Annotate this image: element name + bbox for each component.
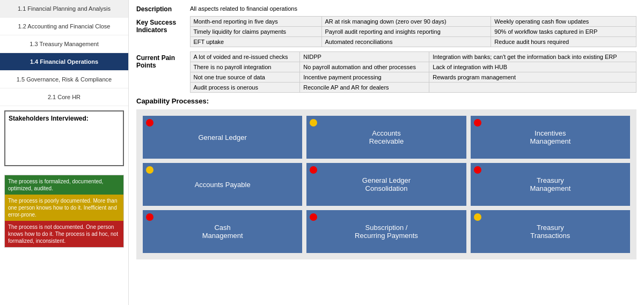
- pp-cell: Integration with banks; can't get the in…: [429, 52, 636, 62]
- capability-label: Subscription / Recurring Payments: [355, 224, 418, 240]
- pp-cell: A lot of voided and re-issued checks: [190, 52, 300, 62]
- main-content: Description All aspects related to finan…: [129, 0, 644, 305]
- pp-cell: [429, 83, 636, 93]
- ks-cell: Reduce audit hours required: [491, 37, 636, 47]
- capability-dot-yellow: [146, 166, 153, 174]
- key-success-label: Key SuccessIndicators: [136, 17, 190, 47]
- pp-cell: Incentive payment processing: [300, 72, 429, 83]
- key-success-table: Key SuccessIndicators Month-end reportin…: [136, 16, 636, 47]
- capability-dot-yellow: [474, 213, 481, 221]
- ks-cell: Automated reconciliations: [321, 37, 491, 47]
- capability-card[interactable]: Treasury Management: [471, 163, 630, 206]
- capability-dot-red: [146, 213, 153, 221]
- capability-dot-red: [310, 213, 317, 221]
- capability-label: General Ledger Consolidation: [362, 176, 411, 192]
- ks-cell: Payroll audit reporting and insights rep…: [321, 27, 491, 37]
- ks-cell: AR at risk managing down (zero over 90 d…: [321, 17, 491, 27]
- capability-label: Accounts Payable: [195, 181, 251, 189]
- capability-card[interactable]: Accounts Receivable: [306, 116, 466, 159]
- pp-cell: Lack of integration with HUB: [429, 62, 636, 72]
- capability-label: Treasury Management: [530, 176, 570, 192]
- pain-points-table: Current PainPoints A lot of voided and r…: [136, 51, 636, 93]
- sidebar-item-item-1-1[interactable]: 1.1 Financial Planning and Analysis: [0, 0, 128, 18]
- capability-grid: General LedgerAccounts ReceivableIncenti…: [136, 109, 636, 259]
- capability-title: Capability Processes:: [136, 97, 636, 105]
- description-label: Description: [136, 5, 190, 13]
- ks-cell: Timely liquidity for claims payments: [190, 27, 321, 37]
- pp-cell: No payroll automation and other processe…: [300, 62, 429, 72]
- pp-cell: Audit process is onerous: [190, 83, 300, 93]
- description-value: All aspects related to financial operati…: [190, 5, 297, 12]
- stakeholders-box: Stakeholders Interviewed:: [4, 110, 124, 166]
- capability-card[interactable]: Accounts Payable: [143, 163, 302, 206]
- pain-points-label: Current PainPoints: [136, 52, 190, 93]
- capability-label: General Ledger: [198, 133, 246, 142]
- pp-cell: There is no payroll integration: [190, 62, 300, 72]
- legend-item-green: The process is formalized, documented, o…: [5, 175, 123, 195]
- sidebar-item-item-1-3[interactable]: 1.3 Treasury Management: [0, 35, 128, 53]
- capability-label: Incentives Management: [530, 129, 570, 145]
- capability-card[interactable]: General Ledger: [143, 116, 302, 159]
- capability-dot-red: [474, 166, 481, 174]
- capability-label: Cash Management: [202, 224, 243, 240]
- pp-cell: Not one true source of data: [190, 72, 300, 83]
- legend-item-red: The process is not documented. One perso…: [5, 221, 123, 247]
- pp-cell: Rewards program management: [429, 72, 636, 83]
- stakeholders-content: [9, 124, 120, 162]
- capability-card[interactable]: Cash Management: [143, 210, 302, 253]
- sidebar-item-item-1-4[interactable]: 1.4 Financial Operations: [0, 53, 128, 71]
- legend-item-yellow: The process is poorly documented. More t…: [5, 195, 123, 221]
- ks-cell: Weekly operating cash flow updates: [491, 17, 636, 27]
- ks-cell: Month-end reporting in five days: [190, 17, 321, 27]
- capability-dot-yellow: [310, 119, 317, 127]
- capability-dot-red: [310, 166, 317, 174]
- capability-label: Treasury Transactions: [530, 224, 570, 240]
- sidebar-item-item-1-2[interactable]: 1.2 Accounting and Financial Close: [0, 18, 128, 35]
- capability-card[interactable]: Subscription / Recurring Payments: [306, 210, 466, 253]
- stakeholders-title: Stakeholders Interviewed:: [9, 115, 120, 122]
- pp-cell: NIDPP: [300, 52, 429, 62]
- sidebar-item-item-2-1[interactable]: 2.1 Core HR: [0, 88, 128, 106]
- sidebar: 1.1 Financial Planning and Analysis1.2 A…: [0, 0, 129, 305]
- capability-card[interactable]: Treasury Transactions: [471, 210, 630, 253]
- description-row: Description All aspects related to finan…: [136, 5, 636, 13]
- ks-cell: 90% of workflow tasks captured in ERP: [491, 27, 636, 37]
- pp-cell: Reconcile AP and AR for dealers: [300, 83, 429, 93]
- legend-box: The process is formalized, documented, o…: [4, 175, 124, 248]
- capability-card[interactable]: Incentives Management: [471, 116, 630, 159]
- sidebar-item-item-1-5[interactable]: 1.5 Governance, Risk & Compliance: [0, 71, 128, 88]
- capability-dot-red: [474, 119, 481, 127]
- ks-cell: EFT uptake: [190, 37, 321, 47]
- capability-card[interactable]: General Ledger Consolidation: [306, 163, 466, 206]
- capability-label: Accounts Receivable: [369, 129, 404, 145]
- capability-dot-red: [146, 119, 153, 127]
